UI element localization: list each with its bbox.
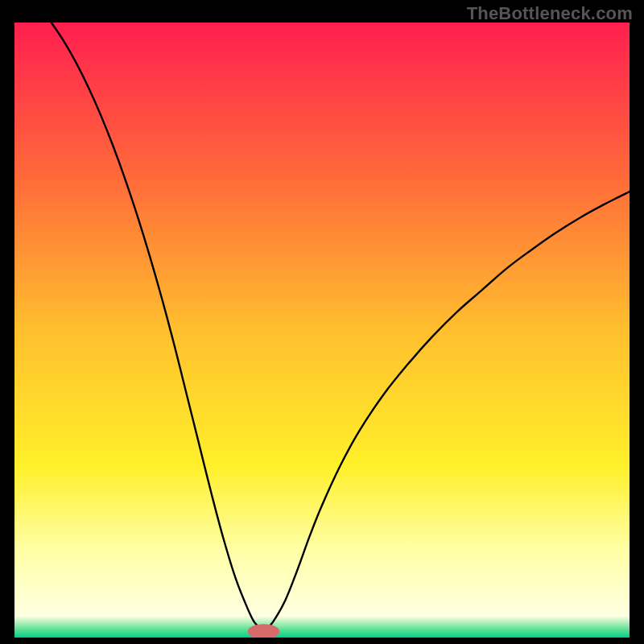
chart-background <box>14 23 630 638</box>
watermark-text: TheBottleneck.com <box>467 3 633 24</box>
bottleneck-chart <box>14 23 630 638</box>
chart-frame <box>14 23 630 638</box>
